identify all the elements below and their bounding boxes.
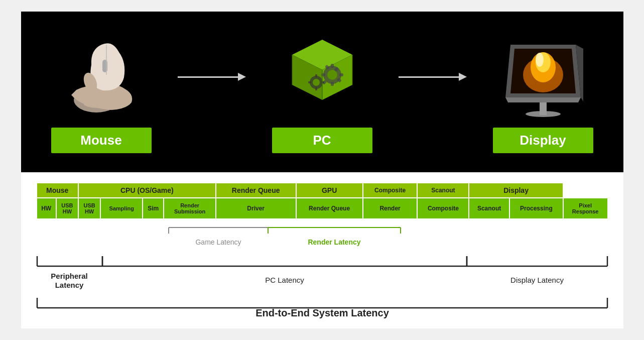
th-cpu: CPU (OS/Game) — [78, 183, 216, 198]
peripheral-latency-label: Peripheral — [51, 272, 87, 280]
th-gpu: GPU — [296, 183, 363, 198]
svg-rect-20 — [315, 87, 317, 90]
end-to-end-label: End-to-End System Latency — [255, 307, 389, 318]
svg-rect-19 — [315, 74, 317, 77]
mouse-icon-container — [56, 31, 147, 122]
display-item: Display — [493, 31, 593, 153]
th-render-queue: Render Queue — [216, 183, 296, 198]
header-row: Mouse CPU (OS/Game) Render Queue GPU Com… — [37, 183, 608, 198]
display-label: Display — [493, 128, 593, 153]
svg-rect-22 — [308, 81, 311, 83]
peripheral-latency-label-2: Latency — [55, 281, 83, 289]
svg-rect-21 — [321, 81, 324, 83]
game-latency-label: Game Latency — [195, 238, 241, 246]
pc-item: PC — [272, 31, 372, 153]
display-latency-label: Display Latency — [510, 276, 564, 284]
sub-hw: HW — [37, 198, 56, 219]
svg-rect-11 — [339, 73, 343, 76]
th-composite: Composite — [363, 183, 418, 198]
pc-latency-label: PC Latency — [265, 276, 304, 284]
th-mouse: Mouse — [37, 183, 78, 198]
svg-rect-10 — [331, 82, 334, 86]
svg-marker-34 — [505, 97, 581, 102]
top-section: Mouse — [21, 12, 623, 172]
latency-svg: Game Latency Render Latency Peripheral L… — [36, 223, 608, 316]
arrow-2 — [399, 73, 467, 81]
display-icon — [495, 35, 591, 118]
sub-render-queue: Render Queue — [296, 198, 363, 219]
arrow-line-1 — [178, 73, 246, 81]
sub-render-submission: RenderSubmission — [164, 198, 215, 219]
sub-render: Render — [363, 198, 418, 219]
diagram-table: Mouse CPU (OS/Game) Render Queue GPU Com… — [36, 182, 608, 219]
diagram-table-wrapper: Mouse CPU (OS/Game) Render Queue GPU Com… — [36, 182, 608, 219]
sub-sampling: Sampling — [100, 198, 143, 219]
display-icon-container — [495, 31, 591, 122]
sub-processing: Processing — [509, 198, 563, 219]
main-container: Mouse — [21, 12, 623, 328]
sub-row: HW USBHW USBHW Sampling Sim RenderSubmis… — [37, 198, 608, 219]
sub-pixel-response: PixelResponse — [563, 198, 608, 219]
mouse-label: Mouse — [51, 128, 152, 153]
pc-label: PC — [272, 128, 372, 153]
arrow-head-1 — [238, 73, 246, 81]
svg-rect-12 — [321, 73, 325, 76]
svg-point-33 — [536, 53, 544, 67]
svg-point-8 — [327, 70, 337, 80]
mouse-item: Mouse — [51, 31, 152, 153]
arrow-line-2 — [399, 73, 467, 81]
pc-icon — [282, 35, 362, 118]
th-scanout: Scanout — [417, 183, 469, 198]
svg-point-18 — [313, 79, 320, 86]
bottom-section: Mouse CPU (OS/Game) Render Queue GPU Com… — [21, 172, 623, 328]
arrow-head-2 — [459, 73, 467, 81]
arrow-shaft-2 — [399, 76, 459, 78]
sub-composite: Composite — [417, 198, 469, 219]
svg-rect-27 — [540, 102, 547, 115]
sub-usb-hw-1: USBHW — [56, 198, 78, 219]
arrow-1 — [178, 73, 246, 81]
render-latency-label: Render Latency — [308, 238, 360, 246]
sub-sim: Sim — [143, 198, 164, 219]
mouse-icon — [56, 35, 147, 118]
svg-rect-9 — [331, 64, 334, 68]
th-display: Display — [469, 183, 563, 198]
pc-icon-container — [282, 31, 362, 122]
sub-usb-hw-2: USBHW — [78, 198, 100, 219]
sub-driver: Driver — [216, 198, 296, 219]
sub-scanout: Scanout — [469, 198, 509, 219]
arrow-shaft-1 — [178, 76, 238, 78]
